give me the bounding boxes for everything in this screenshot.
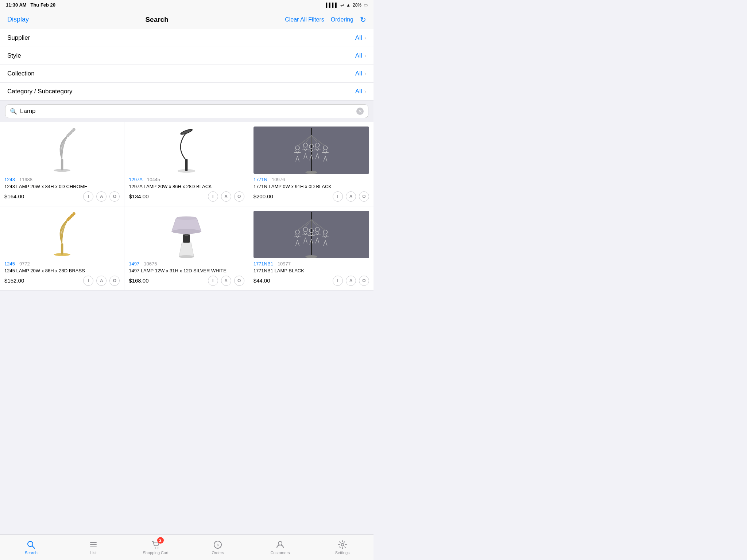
svg-line-19 bbox=[295, 156, 297, 162]
main-content: Supplier All › Style All › Collection Al… bbox=[0, 29, 374, 316]
product-name: 1771NB1 LAMP BLACK bbox=[253, 268, 369, 274]
svg-line-77 bbox=[325, 240, 327, 246]
svg-line-32 bbox=[317, 153, 319, 159]
action-btn-a[interactable]: A bbox=[96, 191, 107, 202]
svg-line-16 bbox=[311, 135, 325, 145]
product-price: $168.00 bbox=[129, 277, 148, 284]
svg-point-58 bbox=[295, 230, 299, 234]
supplier-filter[interactable]: Supplier All › bbox=[0, 29, 374, 47]
style-filter[interactable]: Style All › bbox=[0, 47, 374, 65]
action-btn-a[interactable]: A bbox=[346, 276, 356, 286]
product-code-secondary: 10977 bbox=[278, 261, 291, 267]
product-code-primary[interactable]: 1771NB1 bbox=[253, 261, 273, 267]
product-actions: IAO bbox=[83, 276, 120, 286]
battery-indicator: 28% bbox=[353, 3, 361, 8]
action-btn-o[interactable]: O bbox=[109, 276, 120, 286]
product-card[interactable]: 1243 11988 1243 LAMP 20W x 84H x 0D CHRO… bbox=[0, 122, 124, 206]
product-actions: IAO bbox=[333, 276, 369, 286]
product-bottom: $134.00 IAO bbox=[129, 191, 244, 202]
product-code-secondary: 9772 bbox=[19, 261, 30, 267]
filter-section: Supplier All › Style All › Collection Al… bbox=[0, 29, 374, 101]
product-bottom: $168.00 IAO bbox=[129, 276, 244, 286]
product-name: 1497 LAMP 12W x 31H x 12D SILVER WHITE bbox=[129, 268, 244, 274]
svg-line-35 bbox=[324, 156, 325, 162]
search-input[interactable] bbox=[20, 108, 353, 115]
product-price: $134.00 bbox=[129, 193, 148, 199]
product-code-primary[interactable]: 1497 bbox=[129, 261, 139, 267]
action-btn-i[interactable]: I bbox=[83, 191, 93, 202]
product-image bbox=[4, 127, 120, 174]
collection-filter[interactable]: Collection All › bbox=[0, 65, 374, 83]
product-bottom: $164.00 IAO bbox=[4, 191, 120, 202]
location-icon: ▲ bbox=[346, 3, 351, 8]
svg-line-64 bbox=[303, 238, 305, 243]
product-codes: 1243 11988 bbox=[4, 177, 120, 182]
action-btn-a[interactable]: A bbox=[221, 276, 231, 286]
action-btn-o[interactable]: O bbox=[359, 276, 369, 286]
product-card[interactable]: 1771N 10976 1771N LAMP 0W x 91H x 0D BLA… bbox=[249, 122, 374, 206]
svg-point-70 bbox=[315, 227, 319, 231]
action-btn-i[interactable]: I bbox=[333, 276, 343, 286]
action-btn-a[interactable]: A bbox=[346, 191, 356, 202]
page-title: Search bbox=[145, 16, 168, 24]
display-button[interactable]: Display bbox=[7, 16, 29, 23]
supplier-chevron-icon: › bbox=[364, 35, 366, 41]
action-btn-o[interactable]: O bbox=[234, 191, 244, 202]
product-card[interactable]: 1771NB1 10977 1771NB1 LAMP BLACK $44.00 … bbox=[249, 206, 374, 291]
svg-point-44 bbox=[73, 212, 76, 215]
clear-all-filters-button[interactable]: Clear All Filters bbox=[285, 16, 324, 23]
svg-line-72 bbox=[316, 238, 317, 243]
svg-point-37 bbox=[305, 171, 317, 174]
action-btn-i[interactable]: I bbox=[83, 276, 93, 286]
product-bottom: $44.00 IAO bbox=[253, 276, 369, 286]
product-code-primary[interactable]: 1245 bbox=[4, 261, 15, 267]
product-name: 1297A LAMP 20W x 86H x 28D BLACK bbox=[129, 184, 244, 190]
refresh-icon[interactable]: ↻ bbox=[360, 15, 366, 24]
product-code-primary[interactable]: 1297A bbox=[129, 177, 143, 182]
product-price: $164.00 bbox=[4, 193, 24, 199]
product-card[interactable]: 1497 10675 1497 LAMP 12W x 31H x 12D SIL… bbox=[124, 206, 249, 291]
category-chevron-icon: › bbox=[364, 88, 366, 95]
action-btn-i[interactable]: I bbox=[208, 276, 218, 286]
status-icons: ▌▌▌▌ ⇌ ▲ 28% ▭ bbox=[326, 3, 368, 8]
action-btn-i[interactable]: I bbox=[208, 191, 218, 202]
svg-line-20 bbox=[297, 156, 299, 162]
collection-value: All bbox=[355, 70, 362, 77]
svg-line-57 bbox=[311, 219, 325, 230]
product-code-primary[interactable]: 1771N bbox=[253, 177, 267, 182]
action-btn-o[interactable]: O bbox=[109, 191, 120, 202]
svg-point-33 bbox=[323, 146, 327, 150]
product-card[interactable]: 1297A 10445 1297A LAMP 20W x 86H x 28D B… bbox=[124, 122, 249, 206]
svg-point-46 bbox=[179, 255, 194, 258]
status-bar: 11:30 AM Thu Feb 20 ▌▌▌▌ ⇌ ▲ 28% ▭ bbox=[0, 0, 374, 10]
svg-line-61 bbox=[297, 240, 299, 246]
svg-point-78 bbox=[305, 255, 317, 258]
product-image bbox=[4, 211, 120, 258]
svg-point-29 bbox=[315, 143, 319, 147]
svg-point-51 bbox=[172, 229, 201, 234]
action-btn-a[interactable]: A bbox=[221, 191, 231, 202]
status-time: 11:30 AM Thu Feb 20 bbox=[6, 2, 55, 8]
category-filter[interactable]: Category / Subcategory All › bbox=[0, 83, 374, 100]
product-card[interactable]: 1245 9772 1245 LAMP 20W x 86H x 28D BRAS… bbox=[0, 206, 124, 291]
action-btn-a[interactable]: A bbox=[96, 276, 107, 286]
search-clear-button[interactable]: ✕ bbox=[356, 108, 364, 115]
product-actions: IAO bbox=[83, 191, 120, 202]
svg-point-50 bbox=[176, 216, 197, 220]
action-btn-o[interactable]: O bbox=[234, 276, 244, 286]
product-actions: IAO bbox=[208, 191, 244, 202]
product-code-primary[interactable]: 1243 bbox=[4, 177, 15, 182]
svg-rect-39 bbox=[61, 243, 63, 254]
svg-line-24 bbox=[305, 153, 307, 159]
ordering-button[interactable]: Ordering bbox=[331, 16, 353, 23]
collection-chevron-icon: › bbox=[364, 70, 366, 77]
svg-marker-45 bbox=[179, 242, 194, 257]
product-code-secondary: 10675 bbox=[144, 261, 157, 267]
svg-point-74 bbox=[323, 230, 327, 234]
svg-line-60 bbox=[295, 240, 297, 246]
svg-line-12 bbox=[298, 135, 311, 145]
svg-rect-1 bbox=[61, 159, 63, 170]
action-btn-i[interactable]: I bbox=[333, 191, 343, 202]
product-bottom: $152.00 IAO bbox=[4, 276, 120, 286]
action-btn-o[interactable]: O bbox=[359, 191, 369, 202]
